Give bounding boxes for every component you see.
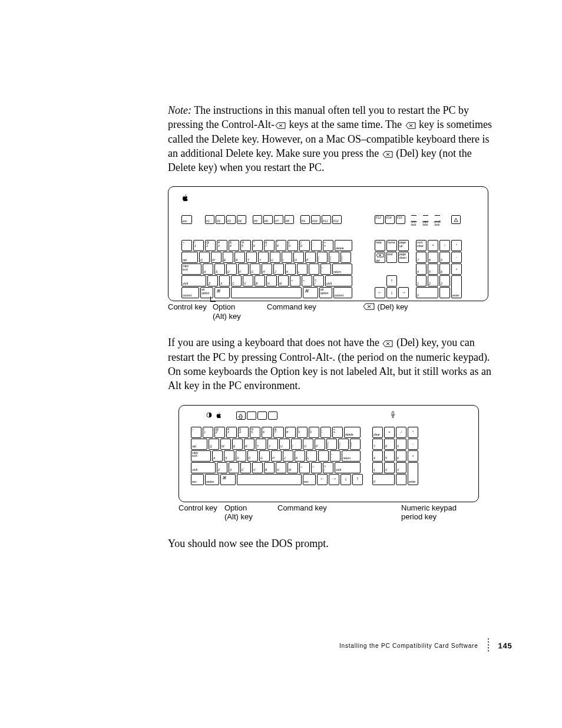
key: alt option xyxy=(319,287,332,298)
key: O xyxy=(293,252,304,263)
key: } ] xyxy=(338,439,349,450)
extended-keyboard-outline: escF1F2F3F4F5F6F7F8F9F10F11F12F13F14F15n… xyxy=(168,186,488,301)
apple-logo-icon xyxy=(216,411,222,419)
apple-logo-icon xyxy=(181,193,189,203)
key: F10 xyxy=(311,215,320,224)
key: & 7 xyxy=(264,240,275,251)
key: ^ 6 xyxy=(262,427,272,438)
arrow-down-key: ↓ xyxy=(340,474,351,485)
key: F xyxy=(247,450,258,462)
key: return xyxy=(342,450,361,462)
arrow-left-key: ← xyxy=(317,474,328,485)
key: | \ xyxy=(350,439,361,450)
key: V xyxy=(243,275,253,286)
key: I xyxy=(282,252,292,263)
key: $ 4 xyxy=(238,427,249,438)
key: esc xyxy=(191,474,204,485)
compact-keyboard-outline: ~ `! 1@ 2# 3$ 4% 5^ 6& 7* 8( 9) 0_ -+ =d… xyxy=(178,405,479,502)
key: control xyxy=(181,287,199,298)
key: ) 0 xyxy=(309,427,319,438)
arrow-up-key: ↑ xyxy=(386,275,397,286)
del-key-icon xyxy=(405,122,416,129)
extended-keyboard-figure: escF1F2F3F4F5F6F7F8F9F10F11F12F13F14F15n… xyxy=(168,186,495,322)
key: C xyxy=(240,462,251,473)
key: " ' xyxy=(330,450,340,462)
key: # 3 xyxy=(217,240,227,251)
key: L xyxy=(306,450,317,462)
numpad-period-label-line1: Numeric keypad xyxy=(401,503,457,512)
key: F xyxy=(238,263,249,275)
compact-keyboard-figure: ~ `! 1@ 2# 3$ 4% 5^ 6& 7* 8( 9) 0_ -+ =d… xyxy=(168,405,495,523)
top-icons xyxy=(206,411,222,419)
key: F6 xyxy=(263,215,273,224)
key: F9 xyxy=(300,215,310,224)
key: * 8 xyxy=(285,427,296,438)
key: 8 xyxy=(384,439,395,450)
key: page down xyxy=(398,252,409,263)
key: { [ xyxy=(326,439,337,450)
paragraph-2: If you are using a keyboard that does no… xyxy=(168,335,495,393)
key: F12 xyxy=(332,215,342,224)
key: ? / xyxy=(313,275,324,286)
key: R xyxy=(234,252,245,263)
key xyxy=(231,287,302,298)
key: F8 xyxy=(285,215,294,224)
key: B xyxy=(254,275,265,286)
key: Q xyxy=(209,439,219,450)
key: ! 1 xyxy=(203,427,213,438)
key: ^ 6 xyxy=(252,240,263,251)
para2-a: If you are using a keyboard that does no… xyxy=(168,337,382,348)
para1-b: keys at the same time. The xyxy=(286,118,405,130)
key: J xyxy=(273,263,284,275)
key: I xyxy=(291,439,302,450)
key: 9 xyxy=(439,252,450,263)
command-key-label: Command key xyxy=(267,302,316,312)
contrast-icon xyxy=(206,412,212,418)
key: > . xyxy=(311,462,322,473)
numpad-period-label-line2: period key xyxy=(401,512,457,522)
key: + = xyxy=(332,427,343,438)
key: X xyxy=(229,462,239,473)
key: 0 xyxy=(416,287,438,298)
key: | \ xyxy=(340,252,351,263)
key: W xyxy=(211,252,222,263)
key: 0 xyxy=(372,474,395,485)
key: / xyxy=(439,240,450,251)
key: Y xyxy=(267,439,278,450)
key: 2 xyxy=(384,462,395,473)
key: 1 xyxy=(372,462,383,473)
key: shift xyxy=(191,462,216,473)
key: + xyxy=(451,263,462,275)
key: esc xyxy=(181,215,192,224)
svg-marker-0 xyxy=(454,218,458,222)
del-key-label-text: (Del) key xyxy=(375,302,408,311)
key: Q xyxy=(199,252,210,263)
key: T xyxy=(246,252,257,263)
key: return xyxy=(332,263,352,275)
key: . xyxy=(439,287,450,298)
footer-chapter-title: Installing the PC Compatibility Card Sof… xyxy=(339,643,478,649)
key: delete xyxy=(344,427,361,438)
key: help xyxy=(375,240,385,251)
key: D xyxy=(226,263,237,275)
key: N xyxy=(276,462,286,473)
key: X xyxy=(219,275,230,286)
key: 3 xyxy=(439,275,450,286)
key: _ - xyxy=(311,240,322,251)
arrow-up-key: ↑ xyxy=(352,474,363,485)
command-key: ⌘ xyxy=(303,287,318,298)
key: < , xyxy=(299,462,310,473)
key: 1 xyxy=(416,275,427,286)
key: num clear xyxy=(416,240,427,251)
key: - xyxy=(408,439,418,450)
svg-rect-2 xyxy=(392,411,394,415)
key: E xyxy=(232,439,243,450)
numpad-period-label: Numeric keypad period key xyxy=(401,503,457,522)
key: F14 xyxy=(385,215,395,224)
numpad-period-key: . xyxy=(396,474,406,485)
key: Z xyxy=(207,275,218,286)
soft-dock xyxy=(236,411,277,420)
key: U xyxy=(279,439,290,450)
key: 2 xyxy=(428,275,438,286)
arrow-down-key: ↓ xyxy=(386,287,397,298)
